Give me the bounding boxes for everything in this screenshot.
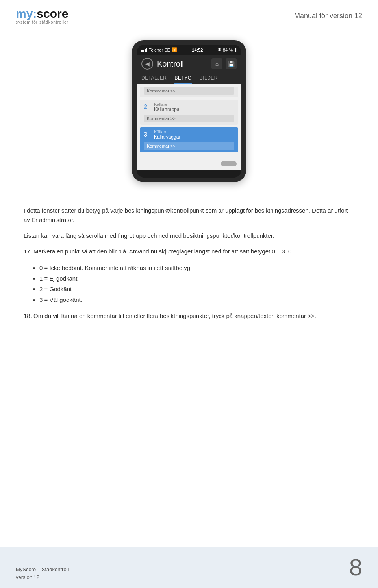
- app-tabs: DETALJER BETYG BILDER: [137, 73, 241, 84]
- tab-bilder[interactable]: BILDER: [200, 73, 218, 84]
- app-header-icons: ⌂ 💾: [211, 58, 237, 69]
- save-icon[interactable]: 💾: [226, 58, 237, 69]
- bullet-item-3: 3 = Väl godkänt.: [39, 294, 354, 305]
- item-3-name: Källarväggar: [154, 134, 234, 140]
- item-2-category: Källare: [154, 102, 234, 107]
- battery-label: 84 %: [223, 48, 233, 52]
- bullet-list: 0 = Icke bedömt. Kommer inte att räknas …: [39, 263, 354, 305]
- item-2-info: Källare Källartrappa: [154, 102, 234, 112]
- item-2-name: Källartrappa: [154, 107, 234, 112]
- item-3-category: Källare: [154, 129, 234, 134]
- item-3-info: Källare Källarväggar: [154, 129, 234, 140]
- page-number: 8: [349, 554, 362, 581]
- phone-mockup: Telenor SE 📶 14:52 ✱ 84 % ▮ ◀ Kontroll ⌂: [132, 40, 246, 182]
- comment-button-3[interactable]: Kommentar >>: [144, 142, 234, 150]
- logo-text: my:score: [16, 8, 69, 20]
- status-time: 14:52: [192, 48, 203, 52]
- item-18: 18. Om du vill lämna en kommentar till e…: [24, 311, 354, 321]
- status-battery: ✱ 84 % ▮: [218, 47, 237, 52]
- status-carrier: Telenor SE 📶: [141, 47, 177, 52]
- status-bar: Telenor SE 📶 14:52 ✱ 84 % ▮: [137, 45, 241, 55]
- bluetooth-icon: ✱: [218, 47, 221, 52]
- inspection-item-1: Kommentar >>: [140, 87, 238, 97]
- logo-tagline: system för städkontroller: [16, 20, 69, 24]
- inspection-item-3[interactable]: 3 Källare Källarväggar Kommentar >>: [140, 127, 238, 152]
- item-2-header: 2 Källare Källartrappa: [140, 100, 238, 115]
- phone-bottom-bar: [137, 170, 241, 178]
- footer-brand: MyScore – Städkontroll: [16, 566, 69, 573]
- inspection-item-2[interactable]: 2 Källare Källartrappa Kommentar >>: [140, 100, 238, 125]
- carrier-label: Telenor SE: [149, 48, 170, 52]
- phone-screen: Telenor SE 📶 14:52 ✱ 84 % ▮ ◀ Kontroll ⌂: [137, 45, 241, 178]
- footer-version: version 12: [16, 573, 69, 581]
- app-header-left: ◀ Kontroll: [141, 58, 184, 70]
- scroll-thumb[interactable]: [221, 161, 237, 166]
- bullet-item-1: 1 = Ej godkänt: [39, 273, 354, 284]
- paragraph-2: Listan kan vara lång så scrolla med fing…: [24, 231, 354, 240]
- main-content: I detta fönster sätter du betyg på varje…: [0, 198, 378, 333]
- footer-brand-area: MyScore – Städkontroll version 12: [16, 566, 69, 581]
- tab-detaljer[interactable]: DETALJER: [141, 73, 167, 84]
- signal-icon: [141, 48, 147, 52]
- back-button[interactable]: ◀: [141, 58, 153, 70]
- app-screen-title: Kontroll: [157, 59, 184, 68]
- app-header: ◀ Kontroll ⌂ 💾: [137, 55, 241, 73]
- scroll-area: [137, 158, 241, 170]
- comment-button-1[interactable]: Kommentar >>: [144, 87, 234, 95]
- item-3-header: 3 Källare Källarväggar: [140, 127, 238, 142]
- wifi-icon: 📶: [172, 47, 177, 52]
- item-2-number: 2: [144, 104, 150, 111]
- phone-mockup-container: Telenor SE 📶 14:52 ✱ 84 % ▮ ◀ Kontroll ⌂: [0, 40, 378, 182]
- bullet-item-2: 2 = Godkänt: [39, 284, 354, 294]
- manual-title: Manual för version 12: [294, 12, 362, 20]
- item-17: 17. Markera en punkt så att den blir blå…: [24, 247, 354, 256]
- comment-button-2[interactable]: Kommentar >>: [144, 115, 234, 122]
- battery-icon: ▮: [234, 47, 237, 52]
- tab-betyg[interactable]: BETYG: [174, 73, 191, 84]
- paragraph-1: I detta fönster sätter du betyg på varje…: [24, 206, 354, 225]
- home-icon[interactable]: ⌂: [211, 58, 222, 69]
- item-3-number: 3: [144, 131, 150, 138]
- footer: MyScore – Städkontroll version 12 8: [0, 547, 378, 588]
- bullet-item-0: 0 = Icke bedömt. Kommer inte att räknas …: [39, 263, 354, 273]
- logo: my:score system för städkontroller: [16, 8, 69, 24]
- app-content: Kommentar >> 2 Källare Källartrappa Komm…: [137, 84, 241, 158]
